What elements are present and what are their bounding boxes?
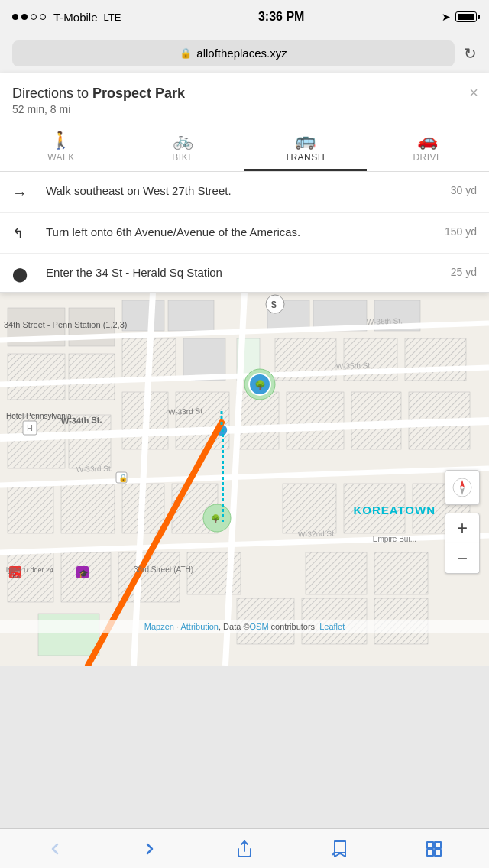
compass-button[interactable]	[445, 470, 480, 505]
browser-bar: 🔒 alloftheplaces.xyz ↻	[0, 34, 489, 73]
direction-step-2: ↰ Turn left onto 6th Avenue/Avenue of th…	[0, 213, 489, 254]
osm-link[interactable]: OSM	[250, 622, 269, 631]
svg-rect-15	[8, 354, 65, 400]
direction-step-3: ⬤ Enter the 34 St - Herald Sq Station 25…	[0, 254, 489, 292]
svg-text:H: H	[27, 423, 33, 432]
svg-rect-34	[118, 552, 180, 602]
directions-list: → Walk southeast on West 27th Street. 30…	[0, 172, 489, 292]
svg-rect-22	[287, 392, 344, 449]
url-bar[interactable]: 🔒 alloftheplaces.xyz	[12, 40, 455, 66]
network-label: LTE	[104, 11, 121, 23]
svg-marker-76	[460, 487, 465, 495]
svg-text:W-33rd St.: W-33rd St.	[76, 464, 113, 474]
compass-icon	[452, 477, 473, 498]
svg-rect-37	[374, 552, 428, 594]
svg-rect-2	[168, 300, 214, 331]
step-text-2: Turn left onto 6th Avenue/Avenue of the …	[46, 224, 423, 240]
directions-header: Directions to Prospect Park 52 min, 8 mi	[0, 73, 489, 120]
tab-walk[interactable]: 🚶 WALK	[0, 125, 122, 171]
status-right: ➤	[442, 11, 477, 23]
bookmark-button[interactable]	[322, 832, 356, 866]
svg-text:🔒: 🔒	[118, 473, 128, 483]
signal-dot-1	[12, 14, 18, 20]
map-background: W-36th St. W-35th St. W-34th St. W-33rd …	[0, 293, 489, 666]
empire-building-label: Empire Bui...	[373, 535, 416, 543]
zoom-out-button[interactable]: −	[445, 543, 480, 574]
engine-label: igine 1/ dder 24	[6, 566, 53, 574]
close-button[interactable]: ×	[469, 84, 478, 102]
transit-icon: 🚌	[295, 132, 316, 149]
svg-text:$: $	[271, 300, 277, 310]
svg-rect-79	[435, 842, 441, 848]
battery-icon	[455, 11, 477, 22]
tabs-icon	[425, 840, 443, 858]
bike-label: BIKE	[172, 152, 194, 163]
back-icon	[46, 840, 64, 858]
refresh-button[interactable]: ↻	[464, 44, 477, 63]
mode-tabs: 🚶 WALK 🚲 BIKE 🚌 TRANSIT 🚗 DRIVE	[0, 125, 489, 172]
svg-point-70	[215, 424, 228, 436]
battery-fill	[458, 14, 474, 20]
svg-rect-29	[283, 484, 336, 533]
directions-panel: Directions to Prospect Park 52 min, 8 mi…	[0, 73, 489, 293]
drive-icon: 🚗	[417, 132, 439, 149]
street-33-label: W-33rd St.	[168, 406, 205, 416]
map-area[interactable]: W-36th St. W-35th St. W-34th St. W-33rd …	[0, 293, 489, 666]
svg-marker-75	[460, 480, 465, 487]
step-dist-2: 150 yd	[435, 225, 477, 238]
koreatown-label: KOREATOWN	[353, 504, 436, 517]
share-button[interactable]	[228, 832, 261, 866]
penn-station-label: 34th Street - Penn Station (1,2,3)	[4, 319, 127, 330]
browser-bottom-bar	[0, 828, 489, 868]
tab-bike[interactable]: 🚲 BIKE	[122, 125, 244, 171]
svg-text:W-36th St.: W-36th St.	[367, 316, 403, 326]
signal-dot-2	[21, 14, 28, 20]
hotel-pennsylvania-label: Hotel Pennsylvania	[6, 411, 72, 421]
step-dist-1: 30 yd	[435, 184, 477, 196]
attribution-link[interactable]: Attribution	[180, 622, 219, 631]
walk-label: WALK	[47, 152, 75, 163]
step-text-1: Walk southeast on West 27th Street.	[46, 183, 423, 199]
svg-rect-78	[427, 842, 433, 848]
carrier-label: T-Mobile	[53, 11, 98, 24]
street-math-label: 33rd Street (ATH)	[134, 565, 193, 574]
zoom-controls: + −	[445, 513, 480, 574]
bookmark-icon	[330, 840, 348, 858]
arrow-3: ⬤	[12, 266, 34, 283]
tabs-button[interactable]	[417, 832, 451, 866]
svg-rect-20	[176, 392, 229, 449]
mapzen-link[interactable]: Mapzen	[144, 622, 174, 631]
direction-step-1: → Walk southeast on West 27th Street. 30…	[0, 172, 489, 213]
svg-text:🎓: 🎓	[79, 568, 89, 578]
forward-button[interactable]	[133, 832, 167, 866]
map-attribution: Mapzen · Attribution, Data ©OSM contribu…	[0, 620, 489, 633]
lock-icon: 🔒	[180, 47, 192, 59]
time-display: 3:36 PM	[258, 10, 304, 24]
step-text-3: Enter the 34 St - Herald Sq Station	[46, 264, 423, 280]
forward-icon	[141, 840, 159, 858]
svg-text:🌳: 🌳	[211, 513, 221, 523]
leaflet-link[interactable]: Leaflet	[319, 622, 345, 631]
svg-rect-36	[306, 552, 367, 594]
svg-rect-81	[435, 850, 441, 856]
directions-title: Directions to Prospect Park	[12, 86, 458, 102]
svg-rect-25	[8, 484, 53, 533]
share-icon	[235, 840, 254, 858]
svg-rect-1	[122, 300, 164, 331]
map-controls: + −	[445, 470, 480, 574]
svg-text:W-32nd St.: W-32nd St.	[298, 529, 336, 539]
transit-label: TRANSIT	[285, 152, 327, 163]
svg-rect-14	[405, 338, 466, 381]
status-left: T-Mobile LTE	[12, 11, 121, 24]
destination-name: Prospect Park	[92, 86, 185, 101]
url-text: alloftheplaces.xyz	[196, 47, 287, 60]
location-icon: ➤	[442, 11, 451, 23]
tab-drive[interactable]: 🚗 DRIVE	[367, 125, 489, 171]
back-button[interactable]	[38, 832, 72, 866]
tab-transit[interactable]: 🚌 TRANSIT	[244, 125, 367, 171]
walk-icon: 🚶	[50, 132, 72, 149]
zoom-in-button[interactable]: +	[445, 513, 480, 543]
bike-icon: 🚲	[173, 132, 194, 149]
arrow-2: ↰	[12, 225, 34, 242]
drive-label: DRIVE	[413, 152, 442, 163]
